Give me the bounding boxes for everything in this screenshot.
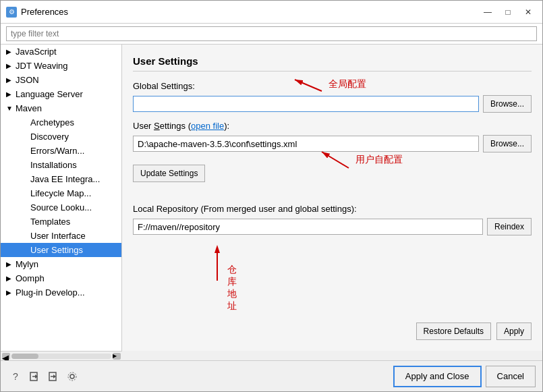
user-settings-input[interactable] (133, 136, 479, 152)
local-repo-label: Local Repository (From merged user and g… (133, 204, 532, 214)
global-settings-section: Global Settings: 全局配置 (133, 81, 532, 121)
sidebar-label: JavaScript (16, 47, 57, 57)
sidebar-item-plugin-development[interactable]: ▶ Plug-in Develop... (1, 285, 121, 300)
arrow-icon: ▶ (6, 289, 13, 296)
arrow-icon: ▶ (6, 260, 13, 268)
panel-action-row: Restore Defaults Apply (133, 323, 532, 340)
arrow-icon: ▶ (6, 90, 13, 98)
sidebar-label: JDT Weaving (16, 61, 68, 71)
arrow-icon: ▶ (6, 48, 13, 55)
bottom-toolbar: ? Apply and Close Cancel (1, 360, 542, 391)
title-bar: ⚙ Preferences — □ ✕ (1, 1, 542, 24)
panel-title: User Settings (133, 55, 532, 72)
user-settings-input-row: Browse... (133, 135, 532, 152)
export-icon (48, 371, 59, 382)
svg-point-13 (68, 372, 76, 381)
update-settings-button[interactable]: Update Settings (133, 165, 205, 182)
toolbar-icons: ? (7, 368, 389, 385)
svg-point-12 (70, 374, 74, 379)
arrow-icon: ▶ (6, 62, 13, 69)
sidebar-item-archetypes[interactable]: Archetypes (1, 115, 121, 130)
sidebar-label: Language Server (16, 89, 83, 99)
close-button[interactable]: ✕ (519, 5, 537, 20)
scroll-thumb (11, 354, 38, 359)
local-repo-section: Local Repository (From merged user and g… (133, 204, 532, 291)
minimize-button[interactable]: — (479, 5, 496, 20)
export-button[interactable] (45, 368, 61, 385)
sidebar-label: Errors/Warn... (30, 146, 84, 156)
arrow-icon: ▶ (6, 275, 13, 282)
sidebar-item-json[interactable]: ▶ JSON (1, 73, 121, 87)
sidebar-item-oomph[interactable]: ▶ Oomph (1, 271, 121, 285)
global-settings-input-row: Browse... (133, 95, 532, 113)
window-icon: ⚙ (6, 7, 17, 18)
apply-button[interactable]: Apply (496, 323, 532, 340)
arrow-svg3 (207, 244, 227, 284)
sidebar-label: User Settings (30, 245, 83, 255)
global-settings-label: Global Settings: (133, 81, 532, 91)
sidebar-item-discovery[interactable]: Discovery (1, 130, 121, 144)
sidebar-label: Installations (30, 160, 77, 170)
sidebar-item-errors-warnings[interactable]: Errors/Warn... (1, 144, 121, 158)
sidebar-label: Oomph (16, 273, 45, 283)
sidebar-horizontal-scroll: ◀ ▶ (1, 351, 122, 360)
maximize-button[interactable]: □ (499, 5, 517, 20)
sidebar-item-jdt-weaving[interactable]: ▶ JDT Weaving (1, 59, 121, 73)
main-content: ▶ JavaScript ▶ JDT Weaving ▶ JSON ▶ Lang… (1, 45, 542, 351)
search-input[interactable] (6, 26, 537, 41)
repo-annotation-text: 仓库地址 (227, 264, 237, 312)
sidebar-label: JSON (16, 75, 39, 85)
sidebar-label: Maven (16, 103, 42, 113)
scroll-track (11, 354, 111, 359)
local-repo-input[interactable] (133, 219, 483, 235)
window-title: Preferences (21, 7, 479, 17)
global-settings-input[interactable] (133, 96, 479, 112)
scroll-right-arrow: ▶ (113, 353, 121, 360)
user-settings-section: User Settings (open file): Browse... (133, 121, 532, 161)
local-repo-input-row: Reindex (133, 218, 532, 235)
sidebar-item-installations[interactable]: Installations (1, 158, 121, 172)
sidebar-item-lifecycle-mappings[interactable]: Lifecycle Map... (1, 186, 121, 200)
browse-global-button[interactable]: Browse... (483, 95, 532, 113)
scroll-left-arrow: ◀ (2, 353, 10, 360)
sidebar: ▶ JavaScript ▶ JDT Weaving ▶ JSON ▶ Lang… (1, 45, 122, 351)
sidebar-item-java-ee[interactable]: Java EE Integra... (1, 172, 121, 186)
browse-user-button[interactable]: Browse... (483, 135, 532, 152)
repo-annotation-container: 仓库地址 (207, 244, 227, 286)
sidebar-item-source-lookup[interactable]: Source Looku... (1, 200, 121, 215)
sidebar-label: Archetypes (30, 117, 74, 128)
restore-defaults-button[interactable]: Restore Defaults (416, 323, 491, 340)
sidebar-item-javascript[interactable]: ▶ JavaScript (1, 45, 121, 59)
import-button[interactable] (26, 368, 42, 385)
right-panel: User Settings Global Settings: (122, 45, 542, 351)
sidebar-label: Lifecycle Map... (30, 188, 91, 198)
reindex-button[interactable]: Reindex (487, 218, 532, 235)
arrow-icon: ▶ (6, 76, 13, 84)
arrow-icon: ▼ (6, 105, 13, 112)
sidebar-item-user-settings[interactable]: User Settings (1, 243, 121, 257)
update-settings-row: Update Settings (133, 165, 532, 182)
sidebar-item-templates[interactable]: Templates (1, 215, 121, 229)
sidebar-label: Source Looku... (30, 202, 92, 213)
cancel-button[interactable]: Cancel (486, 366, 536, 387)
sidebar-label: Templates (30, 217, 70, 227)
open-file-link[interactable]: open file (191, 121, 224, 131)
sidebar-item-language-server[interactable]: ▶ Language Server (1, 87, 121, 101)
settings-button[interactable] (64, 368, 80, 385)
sidebar-item-user-interface[interactable]: User Interface (1, 229, 121, 243)
sidebar-label: Plug-in Develop... (16, 287, 85, 298)
sidebar-label: User Interface (30, 231, 86, 241)
search-bar (1, 24, 542, 45)
repo-annotation-space: 仓库地址 (133, 244, 532, 291)
user-settings-label: User Settings (open file): (133, 121, 532, 131)
sidebar-item-maven[interactable]: ▼ Maven (1, 101, 121, 115)
window-controls: — □ ✕ (479, 5, 537, 20)
sidebar-label: Java EE Integra... (30, 174, 100, 184)
help-button[interactable]: ? (7, 368, 24, 385)
sidebar-item-mylyn[interactable]: ▶ Mylyn (1, 257, 121, 271)
preferences-window: ⚙ Preferences — □ ✕ ▶ JavaScript ▶ JDT W… (0, 0, 543, 392)
apply-close-button[interactable]: Apply and Close (393, 366, 482, 387)
settings-icon (67, 371, 78, 382)
sidebar-label: Discovery (30, 132, 69, 142)
sidebar-label: Mylyn (16, 259, 38, 269)
